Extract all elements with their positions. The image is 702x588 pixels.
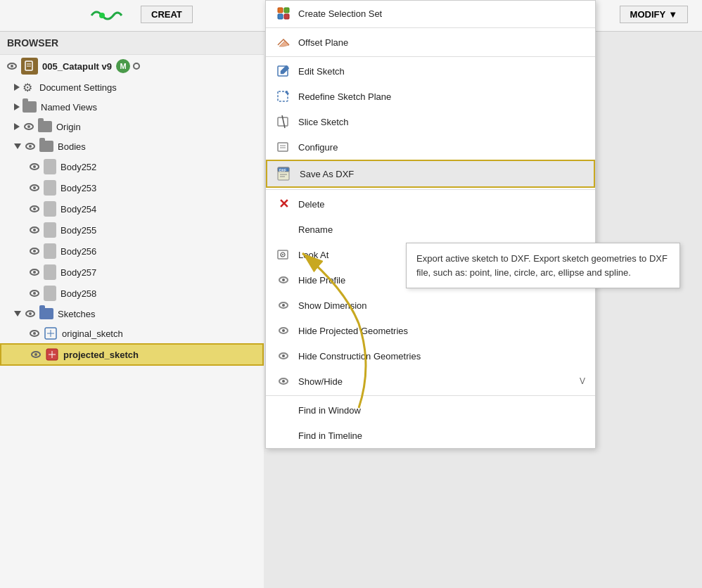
svg-point-28 [282,254,283,255]
expand-icon[interactable] [14,84,20,91]
menu-item-delete[interactable]: ✕ Delete [266,191,595,217]
tree-item-projected-sketch[interactable]: projected_sketch [0,343,264,366]
eye-icon[interactable] [28,225,41,235]
menu-item-hide-projected[interactable]: Hide Projected Geometries [266,318,595,343]
menu-item-create-selection-set[interactable]: Create Selection Set [266,1,595,26]
tree-item-body257[interactable]: Body257 [0,262,264,283]
menu-item-offset-plane[interactable]: Offset Plane [266,30,595,55]
tree-item-bodies[interactable]: Bodies [0,136,264,156]
find-window-label: Find in Window [298,405,361,416]
eye-hide-constr-icon [276,348,291,364]
rename-label: Rename [298,224,333,235]
eye-icon[interactable] [24,309,37,319]
eye-icon[interactable] [28,162,41,172]
tooltip-text: Export active sketch to DXF. Export sket… [416,253,668,278]
menu-item-save-as-dxf[interactable]: DXF Save As DXF [266,160,595,188]
eye-icon[interactable] [28,328,41,338]
menu-item-redefine-sketch[interactable]: Redefine Sketch Plane [266,84,595,109]
hide-profile-label: Hide Profile [298,275,345,286]
tree-item-origin[interactable]: Origin [0,117,264,136]
tree-item-body252[interactable]: Body252 [0,156,264,177]
browser-panel: BROWSER 005_Catapult v9 M ⚙ Document Set… [0,32,264,588]
separator [266,56,595,57]
origin-label: Origin [56,122,81,132]
menu-item-configure[interactable]: Configure [266,134,595,160]
tree-item-body256[interactable]: Body256 [0,241,264,262]
tree-item-body254[interactable]: Body254 [0,198,264,219]
tree-item-sketches[interactable]: Sketches [0,304,264,324]
expand-icon[interactable] [14,103,20,110]
save-as-dxf-label: Save As DXF [300,169,354,179]
doc-icon [21,58,38,75]
collapse-icon[interactable] [14,143,21,149]
svg-rect-11 [284,8,289,13]
tree-item-original-sketch[interactable]: original_sketch [0,324,264,343]
body257-label: Body257 [60,267,96,278]
eye-show-dim-icon [276,298,291,313]
menu-item-hide-construction[interactable]: Hide Construction Geometries [266,343,595,369]
menu-item-find-timeline[interactable]: Find in Timeline [266,423,595,448]
delete-label: Delete [298,199,325,210]
eye-hide-icon [276,272,291,288]
body-icon [44,159,56,174]
eye-icon[interactable] [24,141,37,151]
eye-icon[interactable] [28,288,41,298]
rename-icon [276,222,291,237]
eye-icon[interactable] [28,183,41,193]
eye-icon[interactable] [30,350,42,359]
look-at-icon [276,247,291,262]
redefine-sketch-label: Redefine Sketch Plane [298,91,391,102]
tree-item-doc-settings[interactable]: ⚙ Document Settings [0,77,264,97]
menu-item-show-dimension[interactable]: Show Dimension [266,293,595,318]
separator [266,189,595,190]
sketch-icon [44,326,58,340]
body-icon [44,180,56,196]
m-badge: M [116,59,130,73]
menu-item-rename[interactable]: Rename [266,217,595,242]
eye-icon-doc[interactable] [6,61,18,71]
separator [266,395,595,396]
tree-item-body255[interactable]: Body255 [0,219,264,241]
svg-rect-12 [278,14,283,19]
sketch-icon-projected [45,347,59,362]
menu-item-slice-sketch[interactable]: Slice Sketch [266,109,595,134]
body-icon [44,264,56,280]
menu-item-edit-sketch[interactable]: Edit Sketch [266,58,595,84]
app-logo [84,6,127,25]
tree-item-document[interactable]: 005_Catapult v9 M [0,55,264,77]
body252-label: Body252 [60,162,96,172]
modify-button[interactable]: MODIFY ▼ [620,6,688,23]
menu-item-show-hide[interactable]: Show/Hide V [266,369,595,394]
doc-settings-label: Document Settings [39,82,117,93]
tree-item-body258[interactable]: Body258 [0,283,264,304]
configure-label: Configure [298,142,338,153]
body253-label: Body253 [60,183,96,193]
projected-sketch-label: projected_sketch [63,350,139,360]
hide-projected-label: Hide Projected Geometries [298,326,408,336]
body255-label: Body255 [60,225,96,236]
find-timeline-icon [276,428,291,443]
separator [266,27,595,28]
bodies-label: Bodies [58,141,86,152]
eye-icon[interactable] [28,267,41,277]
find-window-icon [276,402,291,418]
eye-icon[interactable] [28,246,41,256]
document-name: 005_Catapult v9 [42,61,112,72]
svg-rect-18 [278,143,288,151]
eye-icon[interactable] [23,122,35,132]
sketches-label: Sketches [58,309,95,319]
tooltip-box: Export active sketch to DXF. Export sket… [406,243,680,288]
menu-item-find-window[interactable]: Find in Window [266,397,595,423]
collapse-icon[interactable] [14,311,21,317]
offset-plane-icon [276,34,291,50]
configure-icon [276,139,291,155]
folder-icon [39,141,53,152]
tree-item-named-views[interactable]: Named Views [0,97,264,117]
body-icon [44,222,56,238]
save-dxf-icon: DXF [277,166,293,181]
create-button[interactable]: CREAT [141,6,193,23]
svg-point-0 [99,13,105,18]
tree-item-body253[interactable]: Body253 [0,177,264,198]
eye-icon[interactable] [28,204,41,214]
expand-icon[interactable] [14,123,20,130]
